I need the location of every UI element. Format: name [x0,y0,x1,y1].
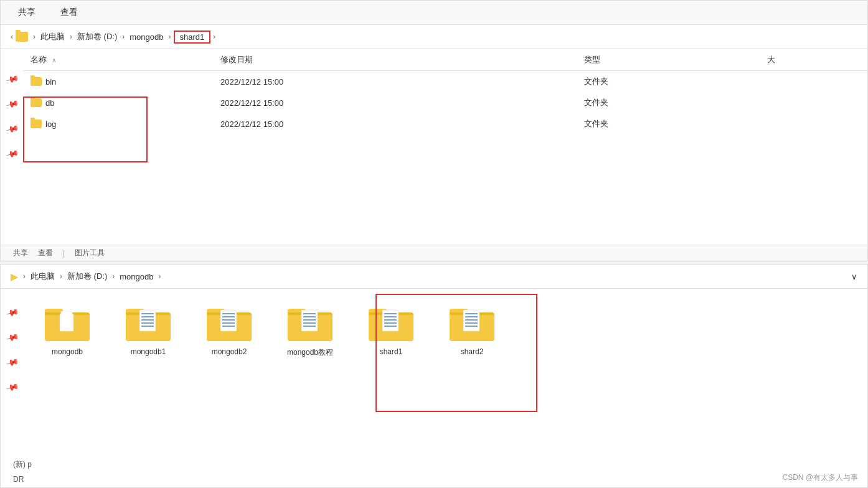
bbc-d-drive[interactable]: 新加卷 (D:) [65,270,110,283]
top-bottom-toolbar: 共享 查看 | 图片工具 [1,245,867,261]
sep4: › [169,32,171,41]
svg-rect-8 [220,310,237,331]
bbc-this-pc[interactable]: 此电脑 [28,270,57,283]
top-pin-column: 📌 📌 📌 📌 [1,49,23,245]
svg-rect-20 [382,310,399,331]
bc-d-drive[interactable]: 新加卷 (D:) [75,30,120,44]
folder-row-icon [31,120,42,128]
top-breadcrumb: ‹ › 此电脑 › 新加卷 (D:) › mongodb › shard1 › [1,25,867,49]
list-item[interactable]: mongodb1 [114,301,182,443]
watermark: CSDN @有太多人与事 [782,472,858,483]
share-button[interactable]: 共享 [13,4,40,21]
svg-rect-14 [301,310,318,331]
folder-large-icon [42,301,92,344]
folder-large-icon [285,301,335,344]
folder-large-icon [123,301,173,344]
col-type[interactable]: 类型 [577,49,760,71]
folder-label: mongodb [52,347,83,356]
list-item[interactable]: shard2 [438,301,506,443]
svg-rect-2 [139,310,156,331]
folder-icon-grid: mongodb mongodb1 [23,289,867,456]
folder-label: shard2 [461,347,484,356]
sep3: › [122,32,125,41]
bottom-folder-icon: ▶ [11,271,18,283]
dropdown-chevron[interactable]: ∨ [851,272,857,281]
bc-shard1[interactable]: shard1 [174,30,211,44]
pin-icon-2[interactable]: 📌 [5,97,19,111]
folder-breadcrumb-icon [16,32,28,42]
sep1: › [33,32,35,41]
top-file-table: 名称 ∧ 修改日期 类型 大 bin2022/12/12 15:00文件夹db2… [23,49,867,245]
sep2: › [70,32,72,41]
list-item[interactable]: mongodb [33,301,101,443]
pin-icon-3[interactable]: 📌 [5,122,19,136]
top-toolbar: 共享 查看 [1,1,867,25]
icon-grid-wrapper: mongodb mongodb1 [23,289,867,456]
bottom-breadcrumb: ▶ › 此电脑 › 新加卷 (D:) › mongodb › ∨ [1,265,867,289]
folder-large-icon [366,301,416,344]
bottom-sep: | [63,249,65,258]
folder-label: mongodb教程 [287,347,333,358]
b-pin-icon-4[interactable]: 📌 [5,380,19,394]
folder-label: mongodb1 [131,347,166,356]
bbc-sep1: › [60,272,62,281]
bottom-view[interactable]: 查看 [38,248,53,258]
folder-row-icon [31,77,42,86]
list-item[interactable]: mongodb2 [195,301,263,443]
bottom-share[interactable]: 共享 [13,248,28,258]
icon-view: 📌 📌 📌 📌 mongodb [1,289,867,456]
b-pin-icon-3[interactable]: 📌 [5,355,19,369]
bbc-sep3: › [159,272,161,281]
col-size[interactable]: 大 [760,49,867,71]
pin-icon-1[interactable]: 📌 [5,72,19,86]
b-pin-icon-1[interactable]: 📌 [5,306,19,319]
pin-icon-4[interactable]: 📌 [5,147,19,161]
folder-row-icon [31,98,42,107]
list-item[interactable]: shard1 [357,301,425,443]
list-item[interactable]: mongodb教程 [276,301,344,443]
extra-label-new-p: (新) p [13,458,855,471]
view-button[interactable]: 查看 [55,4,83,21]
col-modified[interactable]: 修改日期 [213,49,577,71]
svg-rect-1 [61,311,72,329]
bbc-mongodb[interactable]: mongodb [117,271,156,283]
extra-label-dr: DR [13,474,855,485]
bottom-folder-tools[interactable]: 图片工具 [75,248,105,258]
bottom-extra-labels: (新) p DR [1,456,867,487]
back-button[interactable]: ‹ [11,32,13,41]
table-row[interactable]: db2022/12/12 15:00文件夹 [23,92,867,113]
folder-large-icon [204,301,254,344]
table-row[interactable]: bin2022/12/12 15:00文件夹 [23,71,867,93]
svg-rect-26 [463,310,479,331]
bbc-sep2: › [112,272,115,281]
bbc-sep0: › [23,272,26,281]
bottom-pin-column: 📌 📌 📌 📌 [1,289,23,456]
bottom-explorer-window: ▶ › 此电脑 › 新加卷 (D:) › mongodb › ∨ 📌 📌 📌 📌 [0,264,868,488]
table-row[interactable]: log2022/12/12 15:00文件夹 [23,113,867,134]
folder-label: mongodb2 [212,347,247,356]
folder-label: shard1 [380,347,403,356]
b-pin-icon-2[interactable]: 📌 [5,331,19,344]
bc-this-pc[interactable]: 此电脑 [38,30,67,44]
top-file-list: 📌 📌 📌 📌 名称 ∧ 修改日期 类型 大 [1,49,867,245]
bc-mongodb[interactable]: mongodb [127,31,166,43]
folder-large-icon [447,301,497,344]
sep5: › [213,32,215,41]
col-name[interactable]: 名称 ∧ [23,49,213,71]
top-explorer-window: 共享 查看 ‹ › 此电脑 › 新加卷 (D:) › mongodb › sha… [0,0,868,261]
